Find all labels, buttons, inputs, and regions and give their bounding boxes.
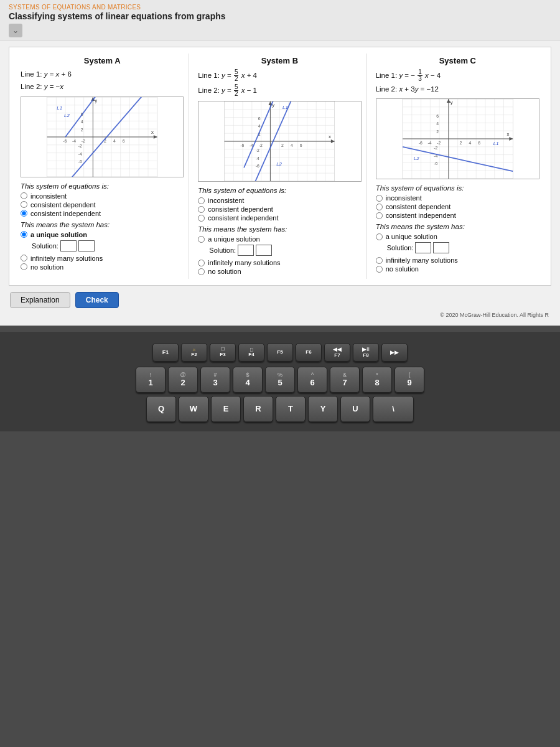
system-b-line1: Line 1: y = 52 x + 4 [198,69,361,82]
system-c-unique-solution[interactable]: a unique solution [376,233,539,240]
system-b-solution-box1[interactable] [238,245,254,256]
key-5[interactable]: %5 [265,367,295,393]
key-q[interactable]: Q [146,396,176,422]
key-w[interactable]: W [179,396,208,422]
system-a-solution-box2[interactable] [78,240,95,251]
system-c-line2: Line 2: x + 3y = −12 [376,84,539,95]
svg-text:L1: L1 [282,105,288,110]
bottom-buttons: Explanation Check [9,292,551,308]
system-a-solution-label: Solution: [32,242,58,250]
key-9[interactable]: (9 [394,367,424,393]
system-a-graph: x y -6 -4 -2 2 4 6 6 4 2 -2 -4 -6 [21,96,184,177]
system-c-infinite-solutions[interactable]: infinitely many solutions [376,256,539,264]
key-7[interactable]: &7 [330,367,360,393]
svg-text:6: 6 [123,138,125,143]
system-b-infinite-solutions[interactable]: infinitely many solutions [198,259,361,266]
system-b-solution-box2[interactable] [256,245,272,256]
key-u[interactable]: U [340,396,370,422]
system-a-unique-solution[interactable]: a unique solution [21,231,184,238]
system-b-inconsistent[interactable]: inconsistent [198,197,361,204]
svg-text:-4: -4 [427,141,431,145]
key-f5[interactable]: F5 [267,343,293,362]
svg-text:2: 2 [281,143,284,148]
key-f3[interactable]: ☐F3 [210,343,236,362]
system-b-graph: x y -6 -4 -2 2 4 6 6 4 2 -2 -4 -6 [198,101,361,182]
key-f8[interactable]: ▶IIF8 [353,343,379,362]
key-backslash[interactable]: \ [373,396,414,422]
svg-text:-6: -6 [434,162,437,166]
svg-text:-4: -4 [78,151,82,156]
system-b-consistent-dependent[interactable]: consistent dependent [198,205,361,213]
system-a-title: System A [21,56,184,65]
system-c-consistent-dependent[interactable]: consistent dependent [376,203,539,210]
key-f6[interactable]: F6 [296,343,322,362]
explanation-button[interactable]: Explanation [10,292,70,308]
svg-text:-2: -2 [437,141,441,145]
system-a-solution-box1[interactable] [60,240,77,251]
key-4[interactable]: $4 [233,367,263,393]
system-b-no-solution[interactable]: no solution [198,268,361,275]
system-a-inconsistent[interactable]: inconsistent [21,192,184,200]
system-b-means-label: This means the system has: [198,225,361,233]
svg-text:6: 6 [258,116,261,121]
key-1[interactable]: !1 [136,367,166,393]
system-c-solution-box1[interactable] [415,242,431,253]
chevron-down-icon[interactable]: ⌄ [9,24,22,37]
system-a-col: System A Line 1: y = x + 6 Line 2: y = −… [16,54,189,279]
system-c-solution-box2[interactable] [433,242,449,253]
key-f2[interactable]: ☼ F2 [181,343,207,362]
system-b-solution-row: Solution: [209,245,361,256]
svg-text:4: 4 [81,120,83,124]
system-a-consistent-independent[interactable]: consistent independent [21,210,184,217]
key-8[interactable]: *8 [362,367,392,393]
main-content: System A Line 1: y = x + 6 Line 2: y = −… [0,40,560,326]
svg-text:x: x [506,131,509,137]
check-button[interactable]: Check [75,292,119,308]
system-a-no-solution[interactable]: no solution [21,263,184,271]
svg-text:-4: -4 [256,156,259,161]
key-f4[interactable]: ⎕F4 [238,343,264,362]
system-b-unique-solution[interactable]: a unique solution [198,235,361,243]
fn-key-row: F1 ☼ F2 ☐F3 ⎕F4 F5 F6 ◀◀F7 ▶IIF8 ▶▶ [6,343,554,362]
key-f7[interactable]: ◀◀F7 [324,343,350,362]
system-c-means-label: This means the system has: [376,223,539,230]
system-c-solution-label: Solution: [387,244,414,251]
system-a-infinite-solutions[interactable]: infinitely many solutions [21,255,184,262]
key-t[interactable]: T [276,396,306,422]
key-2[interactable]: @2 [168,367,198,393]
system-c-inconsistent[interactable]: inconsistent [376,194,539,202]
svg-text:-6: -6 [418,141,422,145]
top-bar: SYSTEMS OF EQUATIONS AND MATRICES Classi… [0,0,560,40]
system-a-radio-group: inconsistent consistent dependent consis… [21,192,184,217]
key-y[interactable]: Y [308,396,338,422]
page-title: Classifying systems of linear equations … [9,11,551,21]
svg-text:6: 6 [478,141,480,145]
system-b-title: System B [198,56,361,65]
system-a-solution-row: Solution: [32,240,184,251]
system-b-line2: Line 2: y = 52 x − 1 [198,84,361,97]
key-6[interactable]: ^6 [297,367,327,393]
svg-text:x: x [151,129,154,135]
system-a-means-label: This means the system has: [21,221,184,228]
key-f9[interactable]: ▶▶ [381,343,408,362]
system-b-type-label: This system of equations is: [198,187,361,194]
svg-text:4: 4 [113,138,116,143]
system-c-radio-group: inconsistent consistent dependent consis… [376,194,539,219]
key-e[interactable]: E [211,396,241,422]
system-c-title: System C [376,56,539,65]
svg-text:-2: -2 [259,143,263,148]
svg-text:4: 4 [469,141,471,145]
key-r[interactable]: R [243,396,273,422]
svg-text:4: 4 [291,143,293,148]
svg-text:2: 2 [81,128,83,132]
system-c-solution-row: Solution: [387,242,539,253]
system-c-no-solution[interactable]: no solution [376,265,539,273]
system-c-consistent-independent[interactable]: consistent independent [376,212,539,219]
number-key-row: !1 @2 #3 $4 %5 ^6 &7 *8 (9 [6,367,554,393]
key-3[interactable]: #3 [200,367,230,393]
systems-grid: System A Line 1: y = x + 6 Line 2: y = −… [9,47,551,286]
keyboard-area: F1 ☼ F2 ☐F3 ⎕F4 F5 F6 ◀◀F7 ▶IIF8 ▶▶ !1 @… [0,332,560,431]
system-a-consistent-dependent[interactable]: consistent dependent [21,201,184,209]
system-b-consistent-independent[interactable]: consistent independent [198,214,361,222]
key-f1[interactable]: F1 [152,343,179,362]
